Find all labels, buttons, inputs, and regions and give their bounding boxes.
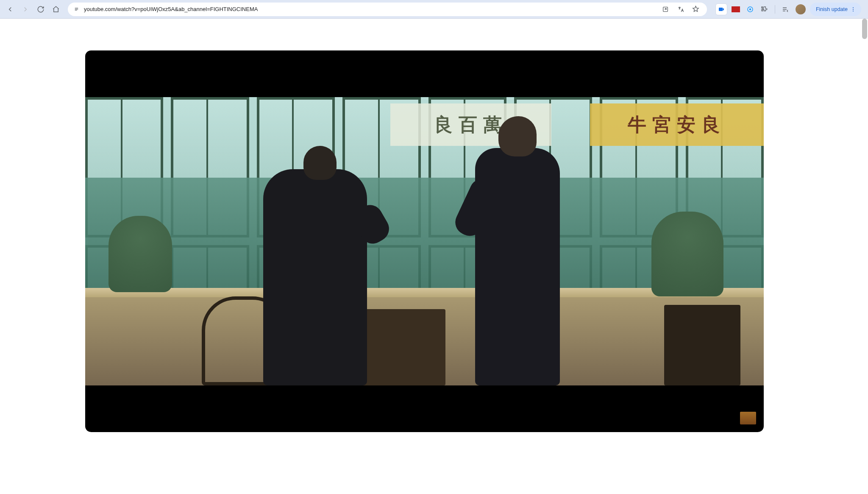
- bonsai-right: [651, 212, 723, 296]
- extensions-area: Finish update: [715, 3, 861, 16]
- svg-point-6: [853, 11, 854, 11]
- page-content: 良百萬 牛宮安良: [0, 19, 868, 494]
- channel-watermark[interactable]: [740, 412, 756, 424]
- back-button[interactable]: [3, 3, 17, 16]
- bookmark-icon[interactable]: [690, 3, 702, 15]
- extension-circle-icon[interactable]: [744, 3, 756, 15]
- address-bar[interactable]: youtube.com/watch?v=poUiWjOxz5A&ab_chann…: [68, 3, 707, 16]
- svg-rect-1: [719, 8, 723, 11]
- page-scrollbar[interactable]: [862, 19, 867, 39]
- profile-avatar[interactable]: [796, 4, 806, 14]
- extension-zoom-icon[interactable]: [715, 3, 727, 15]
- bonsai-left: [108, 216, 172, 292]
- figure-left: [263, 169, 367, 385]
- svg-point-5: [853, 9, 854, 10]
- extension-red-icon[interactable]: [730, 3, 742, 15]
- browser-toolbar: youtube.com/watch?v=poUiWjOxz5A&ab_chann…: [0, 0, 868, 19]
- finish-update-label: Finish update: [816, 6, 848, 12]
- open-new-icon[interactable]: [659, 3, 671, 15]
- reload-button[interactable]: [34, 3, 47, 16]
- video-frame: 良百萬 牛宮安良: [85, 97, 764, 385]
- svg-point-4: [853, 7, 854, 8]
- extensions-puzzle-icon[interactable]: [759, 3, 771, 15]
- url-text: youtube.com/watch?v=poUiWjOxz5A&ab_chann…: [84, 6, 655, 12]
- forward-button[interactable]: [19, 3, 32, 16]
- plant-stand: [664, 305, 740, 385]
- site-info-icon[interactable]: [73, 6, 80, 13]
- home-button[interactable]: [49, 3, 63, 16]
- translate-icon[interactable]: [675, 3, 687, 15]
- toolbar-separator: [775, 5, 775, 14]
- figure-right: [475, 148, 560, 385]
- more-vert-icon: [850, 6, 856, 12]
- media-control-icon[interactable]: [779, 3, 791, 15]
- video-player[interactable]: 良百萬 牛宮安良: [85, 50, 764, 432]
- svg-point-3: [749, 8, 751, 10]
- finish-update-button[interactable]: Finish update: [810, 3, 861, 16]
- billboard-right: 牛宮安良: [590, 103, 764, 146]
